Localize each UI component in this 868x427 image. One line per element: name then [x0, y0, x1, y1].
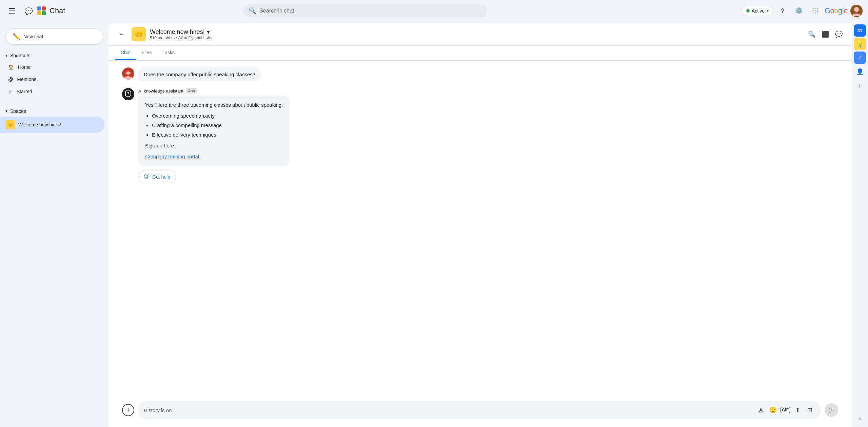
collapse-sidebar-button[interactable]: ›	[859, 416, 861, 422]
svg-point-14	[812, 11, 813, 12]
sidebar-item-welcome-new-hires[interactable]: 🤝 Welcome new hires!	[0, 117, 104, 133]
list-item: Crafting a compelling message	[152, 121, 283, 129]
ai-sender-row: AI knowledge assistant App	[138, 88, 290, 94]
home-label: Home	[18, 64, 31, 70]
svg-point-19	[816, 13, 817, 14]
header-actions: 🔍 ⬛ 💬	[806, 28, 845, 40]
training-portal-link[interactable]: Company training portal	[145, 154, 199, 159]
new-chat-button[interactable]: ✏️ New chat	[5, 28, 103, 45]
starred-label: Starred	[17, 89, 32, 94]
ai-intro-text: Yes! Here are three upcoming classes abo…	[145, 102, 283, 108]
ai-app-badge: App	[186, 88, 197, 94]
google-wordmark: Google	[825, 6, 848, 15]
app-logo: 💬	[22, 5, 65, 16]
chat-title[interactable]: Welcome new hires! ▾	[150, 28, 802, 36]
tab-files[interactable]: Files	[136, 46, 157, 60]
spaces-label: Spaces	[10, 108, 26, 114]
video-button[interactable]: ⊞	[804, 405, 815, 415]
contacts-button[interactable]: 👤	[853, 65, 867, 79]
main-layout: ✏️ New chat ▾ Shortcuts 🏠 Home @ Mention…	[0, 22, 868, 427]
spaces-section-header[interactable]: ▾ Spaces	[0, 106, 108, 117]
chevron-right-icon: ›	[859, 416, 861, 422]
main-content: ← 🤝 Welcome new hires! ▾ 510 members • A…	[108, 23, 852, 427]
calendar-button[interactable]: 31	[854, 24, 866, 37]
svg-point-17	[812, 13, 813, 14]
chat-header: ← 🤝 Welcome new hires! ▾ 510 members • A…	[108, 23, 852, 46]
app-title: Chat	[50, 6, 65, 15]
keep-button[interactable]: 💡	[854, 38, 866, 50]
svg-rect-8	[37, 11, 41, 15]
mentions-icon: @	[8, 77, 13, 82]
svg-text:?: ?	[127, 92, 129, 96]
input-area: + A 🙂 GIF ⬆	[108, 396, 852, 427]
sidebar-item-mentions[interactable]: @ Mentions	[0, 73, 108, 85]
new-chat-icon: ✏️	[13, 33, 20, 40]
get-help-label: Get help	[152, 174, 170, 180]
add-sidebar-button[interactable]: +	[854, 80, 866, 92]
new-chat-label: New chat	[23, 34, 43, 39]
user-avatar-button[interactable]	[850, 5, 863, 17]
svg-point-26	[129, 70, 132, 73]
tab-chat[interactable]: Chat	[115, 46, 136, 60]
input-actions: A 🙂 GIF ⬆ ⊞	[755, 405, 815, 415]
upload-button[interactable]: ⬆	[792, 405, 803, 415]
sidebar: ✏️ New chat ▾ Shortcuts 🏠 Home @ Mention…	[0, 22, 108, 427]
ai-message-content: AI knowledge assistant App Yes! Here are…	[138, 88, 290, 183]
svg-point-11	[812, 8, 813, 9]
grid-icon	[812, 7, 818, 14]
svg-rect-7	[42, 6, 46, 11]
user-message-avatar	[122, 67, 134, 80]
calendar-label: 31	[857, 28, 862, 33]
add-icon: +	[126, 406, 130, 414]
space-avatar: 🤝	[132, 27, 146, 41]
status-dot	[746, 9, 750, 13]
format-text-button[interactable]: A	[755, 405, 766, 415]
title-chevron-icon: ▾	[207, 28, 210, 36]
panel-icon: ⬛	[822, 30, 829, 38]
help-icon: ?	[781, 7, 784, 15]
search-chat-icon: 🔍	[808, 30, 815, 38]
keep-icon: 💡	[856, 40, 864, 48]
gif-icon: GIF	[781, 407, 790, 413]
gif-button[interactable]: GIF	[780, 405, 791, 415]
chat-tabs: Chat Files Tasks	[108, 46, 852, 61]
svg-rect-6	[37, 6, 41, 11]
message-input[interactable]	[144, 407, 753, 413]
ai-list: Overcoming speech anxiety Crafting a com…	[152, 112, 283, 139]
google-apps-button[interactable]	[808, 4, 822, 18]
search-chat-button[interactable]: 🔍	[806, 28, 818, 40]
help-button[interactable]: ?	[776, 4, 789, 18]
search-input[interactable]	[259, 8, 482, 14]
chat-logo-graphic	[36, 5, 47, 16]
svg-point-15	[814, 11, 815, 12]
status-button[interactable]: Active ▾	[742, 6, 773, 16]
svg-point-12	[814, 8, 815, 9]
send-button[interactable]: ▷	[825, 403, 838, 417]
sidebar-item-starred[interactable]: ☆ Starred	[0, 85, 108, 98]
thread-button[interactable]: 💬	[833, 28, 845, 40]
svg-text:💬: 💬	[24, 7, 33, 15]
add-attachment-button[interactable]: +	[122, 404, 134, 416]
chat-subtitle: 510 members • All of Cymbal Labs	[150, 36, 802, 40]
back-button[interactable]: ←	[115, 28, 127, 40]
message-input-wrapper: A 🙂 GIF ⬆ ⊞	[138, 401, 821, 419]
messages-area: Does the company offer public speaking c…	[108, 61, 852, 396]
space-name-label: Welcome new hires!	[18, 122, 61, 127]
svg-point-25	[125, 70, 127, 73]
emoji-button[interactable]: 🙂	[768, 405, 778, 415]
toggle-panel-button[interactable]: ⬛	[819, 28, 831, 40]
ai-message: ? AI knowledge assistant App Yes! Here a…	[122, 88, 838, 183]
settings-icon: ⚙️	[795, 7, 803, 15]
get-help-button[interactable]: ⓪ Get help	[138, 170, 176, 183]
shortcuts-section-header[interactable]: ▾ Shortcuts	[0, 50, 108, 61]
person-icon: 👤	[856, 68, 864, 76]
hamburger-menu-button[interactable]	[5, 4, 19, 18]
sidebar-item-home[interactable]: 🏠 Home	[0, 61, 108, 73]
top-bar: 💬	[0, 0, 868, 22]
ai-sender-name: AI knowledge assistant	[138, 88, 183, 94]
tab-tasks[interactable]: Tasks	[157, 46, 180, 60]
user-message-bubble: Does the company offer public speaking c…	[138, 67, 261, 81]
tasks-button[interactable]: ✓	[854, 52, 866, 64]
settings-button[interactable]: ⚙️	[792, 4, 806, 18]
space-emoji-icon: 🤝	[5, 120, 15, 129]
